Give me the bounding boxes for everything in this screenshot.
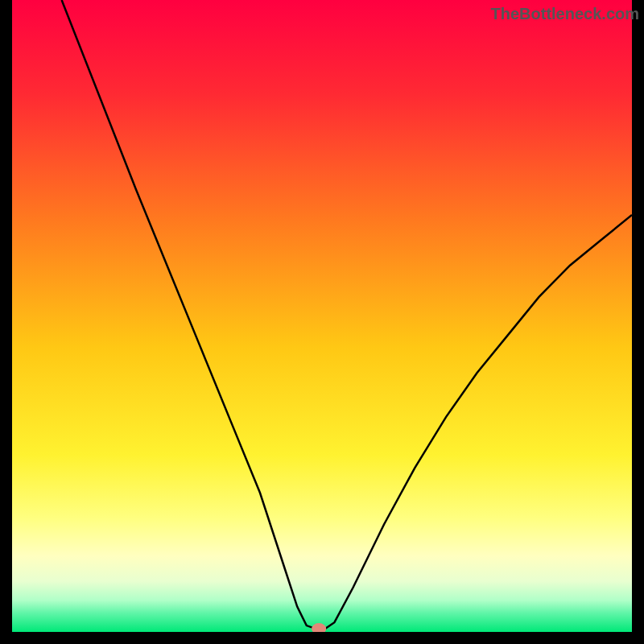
chart-area xyxy=(12,0,632,632)
watermark-text: TheBottleneck.com xyxy=(491,5,639,23)
gradient-background xyxy=(12,0,632,632)
bottleneck-chart xyxy=(12,0,632,632)
